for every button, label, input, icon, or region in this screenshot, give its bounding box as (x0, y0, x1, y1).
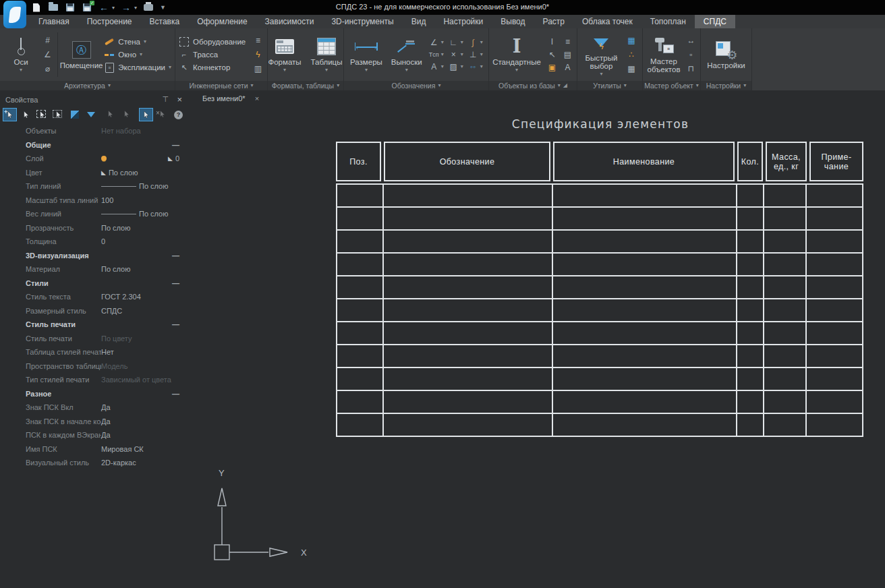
menu-tab-4[interactable]: Зависимости (256, 15, 323, 28)
settings-button[interactable]: ⚙ Настройки (704, 39, 747, 70)
spec-table-cell[interactable] (337, 345, 382, 367)
add-selection-icon[interactable]: + (3, 109, 16, 121)
menu-tab-9[interactable]: Растр (534, 15, 573, 28)
property-value[interactable]: По слою (101, 210, 179, 218)
slope-icon[interactable]: ∠ (428, 38, 440, 48)
object-master-button[interactable]: ≡ Мастер объектов (646, 35, 681, 74)
palette-icon[interactable]: ▦ (625, 36, 637, 46)
property-value[interactable]: 100 (101, 196, 179, 204)
weld-dropdown-icon[interactable]: ▾ (480, 52, 483, 57)
view-label-dropdown-icon[interactable]: ▾ (441, 64, 444, 69)
tables-dropdown-icon[interactable]: ▾ (325, 67, 328, 73)
axis-cross-icon[interactable]: × (448, 50, 459, 60)
property-value[interactable]: Нет набора (101, 127, 179, 135)
spec-table-cell[interactable] (384, 391, 552, 413)
spec-table-cell[interactable] (764, 208, 805, 229)
property-value[interactable]: Да (101, 403, 179, 411)
spec-table-cell[interactable] (807, 276, 862, 298)
formats-dropdown-icon[interactable]: ▾ (283, 67, 286, 73)
print-icon[interactable] (143, 3, 154, 13)
spec-table-cell[interactable] (807, 391, 862, 413)
menu-tab-5[interactable]: 3D-инструменты (322, 15, 402, 28)
spec-table-cell[interactable] (337, 231, 382, 252)
spec-table-cell[interactable] (807, 185, 862, 206)
menu-tab-3[interactable]: Оформление (188, 15, 256, 28)
collapse-toggle-icon[interactable]: — (172, 252, 179, 260)
spec-table-cell[interactable] (737, 208, 763, 229)
collapse-toggle-icon[interactable]: — (172, 390, 179, 398)
spec-table-cell[interactable] (737, 368, 763, 390)
route-button[interactable]: ⌐ Трасса (179, 50, 249, 59)
bubbles-dropdown-icon[interactable]: ▾ (480, 64, 483, 69)
view-label-icon[interactable]: A (428, 62, 440, 72)
pick-square-icon[interactable]: ▫ (685, 50, 697, 60)
property-value[interactable]: Да (101, 431, 179, 439)
section-line-icon[interactable]: ∫ (467, 38, 479, 48)
spec-table-cell[interactable] (807, 208, 862, 229)
hatch-dropdown-icon[interactable]: ▾ (461, 64, 463, 69)
spec-header-cell[interactable]: Наименование (553, 142, 735, 181)
panel-caption-settings[interactable]: Настройки▾ (701, 81, 751, 90)
property-value[interactable]: ГОСТ 2.304 (101, 293, 179, 301)
property-value[interactable]: По слою (101, 265, 179, 273)
level-mark-icon[interactable]: ∟ (448, 38, 459, 48)
menu-tab-12[interactable]: СПДС (695, 15, 735, 28)
a-doc-icon[interactable]: A (562, 63, 573, 73)
spec-table-cell[interactable] (737, 345, 763, 367)
layer-on-bulb-icon[interactable] (101, 156, 107, 161)
spec-table-cell[interactable] (384, 299, 552, 321)
window-select-icon[interactable] (36, 109, 49, 121)
dialog-launcher-icon[interactable]: ◢ (563, 83, 567, 88)
property-value[interactable]: По слою (101, 224, 179, 232)
spec-header-cell[interactable]: Масса, ед., кг (766, 142, 807, 181)
spec-table-cell[interactable] (337, 322, 382, 344)
spec-table-cell[interactable] (764, 299, 805, 321)
hatch-icon[interactable]: ▨ (448, 62, 459, 72)
spec-table-cell[interactable] (337, 414, 382, 436)
spec-table-cell[interactable] (384, 231, 552, 252)
undo-icon[interactable]: ← (98, 3, 109, 13)
panel-caption-utilities[interactable]: Утилиты▾ (577, 81, 642, 90)
save-version-icon[interactable]: ✓ (82, 3, 92, 13)
label-leader-icon[interactable]: ≡ (252, 36, 264, 46)
panel-caption-engineering[interactable]: Инженерные сети▾ (175, 81, 267, 90)
menu-tab-8[interactable]: Вывод (492, 15, 534, 28)
property-value[interactable]: 0 (101, 237, 179, 245)
spec-table-cell[interactable] (337, 185, 382, 206)
axis-cross-dropdown-icon[interactable]: ▾ (461, 52, 463, 57)
menu-tab-2[interactable]: Вставка (141, 15, 189, 28)
property-value[interactable]: ◣По слою (101, 169, 179, 177)
panel-caption-formats[interactable]: Форматы, таблицы▾ (268, 81, 343, 90)
spec-table-cell[interactable] (553, 391, 736, 413)
property-value[interactable]: Нет (101, 348, 179, 356)
fasteners-icon[interactable]: ≡ (562, 37, 573, 47)
pick-dim-2-icon[interactable] (120, 109, 133, 121)
screws-icon[interactable]: ∴ (625, 50, 637, 60)
pick-object-icon[interactable]: ↖ (546, 50, 558, 60)
document-close-icon[interactable]: × (255, 94, 259, 102)
form-icon[interactable]: ▤ (562, 50, 573, 60)
menu-tab-0[interactable]: Главная (30, 15, 78, 28)
spec-table-cell[interactable] (553, 345, 736, 367)
panel-caption-annotations[interactable]: Обозначения▾ (344, 81, 488, 90)
collapse-toggle-icon[interactable]: — (172, 320, 179, 328)
spec-table-cell[interactable] (737, 299, 763, 321)
spec-header-cell[interactable]: Приме- чание (809, 142, 863, 181)
table-edit-icon[interactable]: ▦ (625, 64, 637, 74)
menu-tab-11[interactable]: Топоплан (641, 15, 695, 28)
app-logo-icon[interactable] (3, 1, 26, 28)
window-button[interactable]: Окно▾ (104, 50, 171, 59)
bubbles-icon[interactable]: ◦◦ (467, 62, 479, 72)
spec-table-cell[interactable] (764, 231, 805, 252)
spec-table-cell[interactable] (737, 185, 763, 206)
spec-table-cell[interactable] (553, 299, 736, 321)
tables-button[interactable]: Таблицы ▾ (309, 36, 344, 74)
menu-tab-1[interactable]: Построение (78, 15, 141, 28)
quick-select-dropdown-icon[interactable]: ▾ (600, 71, 602, 77)
drawing-workspace[interactable]: Свойства ⊤ × +×? ОбъектыНет набораОбщие—… (0, 90, 885, 588)
spec-table-cell[interactable] (384, 368, 552, 390)
panel-caption-db-objects[interactable]: Объекты из базы▾ ◢ (489, 81, 577, 90)
spec-table-cell[interactable] (737, 322, 763, 344)
bolt-icon[interactable]: I (546, 37, 558, 47)
selection-filter-icon[interactable] (84, 109, 97, 121)
